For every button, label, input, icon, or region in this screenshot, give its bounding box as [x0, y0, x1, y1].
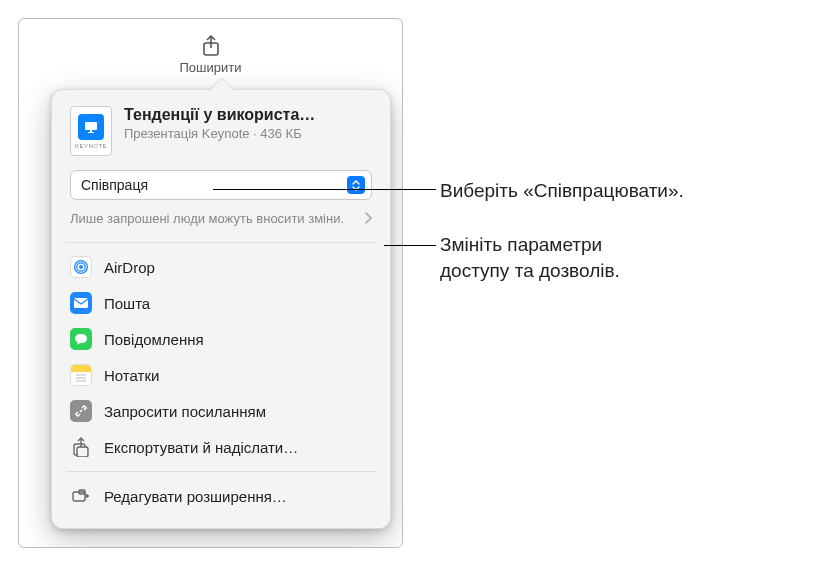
- share-popover: KEYNOTE Тенденції у використа… Презентац…: [51, 89, 391, 529]
- share-mail-label: Пошта: [104, 295, 150, 312]
- share-messages[interactable]: Повідомлення: [52, 321, 390, 357]
- file-header: KEYNOTE Тенденції у використа… Презентац…: [52, 106, 390, 170]
- toolbar: Поширити: [19, 19, 402, 77]
- share-notes-label: Нотатки: [104, 367, 159, 384]
- share-invite-link-label: Запросити посиланням: [104, 403, 266, 420]
- share-options-list: AirDrop Пошта Повідомлення Нотатки: [52, 243, 390, 471]
- share-export-send[interactable]: Експортувати й надіслати…: [52, 429, 390, 465]
- share-airdrop[interactable]: AirDrop: [52, 249, 390, 285]
- share-mail[interactable]: Пошта: [52, 285, 390, 321]
- svg-rect-3: [88, 132, 94, 133]
- messages-icon: [70, 328, 92, 350]
- share-icon[interactable]: [199, 34, 223, 58]
- share-airdrop-label: AirDrop: [104, 259, 155, 276]
- export-icon: [70, 436, 92, 458]
- share-messages-label: Повідомлення: [104, 331, 204, 348]
- mail-icon: [70, 292, 92, 314]
- permissions-summary: Лише запрошені люди можуть вносити зміни…: [70, 210, 356, 228]
- collaboration-mode-select[interactable]: Співпраця: [70, 170, 372, 200]
- share-export-send-label: Експортувати й надіслати…: [104, 439, 298, 456]
- svg-rect-1: [85, 122, 97, 130]
- share-edit-extensions-label: Редагувати розширення…: [104, 488, 287, 505]
- extensions-icon: [70, 485, 92, 507]
- callout-choose-collaborate: Виберіть «Співпрацювати».: [440, 178, 684, 204]
- mode-selected-label: Співпраця: [81, 177, 148, 193]
- notes-icon: [70, 364, 92, 386]
- svg-rect-7: [74, 298, 88, 308]
- file-icon-label: KEYNOTE: [75, 143, 107, 149]
- airdrop-icon: [70, 256, 92, 278]
- link-icon: [70, 400, 92, 422]
- updown-icon: [347, 176, 365, 194]
- window-frame: Поширити KEYNOTE Тенденції у використа… …: [18, 18, 403, 548]
- callout-leader: [384, 245, 436, 246]
- callout-leader: [213, 189, 436, 190]
- toolbar-share-label: Поширити: [180, 60, 242, 75]
- file-icon: KEYNOTE: [70, 106, 112, 156]
- share-invite-link[interactable]: Запросити посиланням: [52, 393, 390, 429]
- svg-rect-2: [90, 130, 92, 132]
- file-title: Тенденції у використа…: [124, 106, 372, 124]
- share-edit-extensions[interactable]: Редагувати розширення…: [52, 478, 390, 514]
- permissions-row[interactable]: Лише запрошені люди можуть вносити зміни…: [70, 210, 372, 242]
- file-subtitle: Презентація Keynote · 436 КБ: [124, 126, 372, 141]
- svg-point-4: [79, 265, 83, 269]
- chevron-right-icon: [364, 210, 372, 228]
- callout-change-permissions: Змініть параметридоступу та дозволів.: [440, 232, 620, 283]
- svg-rect-12: [77, 447, 88, 457]
- share-notes[interactable]: Нотатки: [52, 357, 390, 393]
